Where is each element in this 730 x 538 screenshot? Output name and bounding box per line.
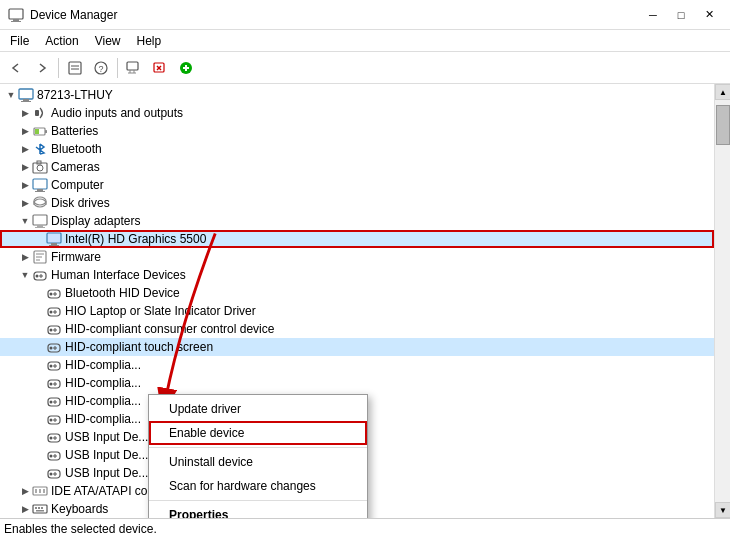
- menu-view[interactable]: View: [89, 32, 127, 50]
- batteries-expand-icon[interactable]: ▶: [18, 124, 32, 138]
- uninstall-button[interactable]: [148, 56, 172, 80]
- tree-item-graphics[interactable]: ▶ Intel(R) HD Graphics 5500: [0, 230, 714, 248]
- add-button[interactable]: [174, 56, 198, 80]
- tree-item-bt-hid[interactable]: ▶ Bluetooth HID Device: [0, 284, 714, 302]
- usb-2-icon: [46, 447, 62, 463]
- disk-expand-icon[interactable]: ▶: [18, 196, 32, 210]
- computer-expand-icon[interactable]: ▶: [18, 178, 32, 192]
- back-button[interactable]: [4, 56, 28, 80]
- scrollbar-track[interactable]: [715, 100, 730, 502]
- menu-file[interactable]: File: [4, 32, 35, 50]
- svg-point-90: [50, 473, 53, 476]
- tree-item-hio[interactable]: ▶ HIO Laptop or Slate Indicator Driver: [0, 302, 714, 320]
- hio-label: HIO Laptop or Slate Indicator Driver: [65, 304, 256, 318]
- ctx-properties[interactable]: Properties: [149, 503, 367, 518]
- audio-expand-icon[interactable]: ▶: [18, 106, 32, 120]
- svg-rect-94: [35, 489, 37, 493]
- svg-rect-37: [35, 227, 45, 228]
- graphics-icon: [46, 231, 62, 247]
- toolbar: ?: [0, 52, 730, 84]
- graphics-label: Intel(R) HD Graphics 5500: [65, 232, 206, 246]
- tree-item-bluetooth[interactable]: ▶ Bluetooth: [0, 140, 714, 158]
- firmware-icon: [32, 249, 48, 265]
- scrollbar[interactable]: ▲ ▼: [714, 84, 730, 518]
- usb-3-icon: [46, 465, 62, 481]
- display-label: Display adapters: [51, 214, 140, 228]
- toolbar-sep-2: [117, 58, 118, 78]
- firmware-label: Firmware: [51, 250, 101, 264]
- hid-touch-icon: [46, 339, 62, 355]
- svg-rect-3: [69, 62, 81, 74]
- menu-action[interactable]: Action: [39, 32, 84, 50]
- disk-icon: [32, 195, 48, 211]
- hid-4-icon: [46, 393, 62, 409]
- menu-help[interactable]: Help: [131, 32, 168, 50]
- scrollbar-thumb[interactable]: [716, 105, 730, 145]
- root-expand-icon[interactable]: ▼: [4, 88, 18, 102]
- help-button[interactable]: ?: [89, 56, 113, 80]
- tree-item-hid-2[interactable]: ▶ HID-complia...: [0, 356, 714, 374]
- display-icon: [32, 213, 48, 229]
- ctx-enable-device[interactable]: Enable device: [149, 421, 367, 445]
- tree-item-hid[interactable]: ▼ Human Interface Devices: [0, 266, 714, 284]
- tree-item-cameras[interactable]: ▶ Cameras: [0, 158, 714, 176]
- tree-item-disk[interactable]: ▶ Disk drives: [0, 194, 714, 212]
- ctx-scan-hardware[interactable]: Scan for hardware changes: [149, 474, 367, 498]
- tree-item-hid-touch[interactable]: ▶ HID-compliant touch screen: [0, 338, 714, 356]
- audio-label: Audio inputs and outputs: [51, 106, 183, 120]
- firmware-expand-icon[interactable]: ▶: [18, 250, 32, 264]
- tree-item-audio[interactable]: ▶ Audio inputs and outputs: [0, 104, 714, 122]
- status-bar: Enables the selected device.: [0, 518, 730, 538]
- svg-rect-24: [35, 129, 39, 134]
- scroll-down-button[interactable]: ▼: [715, 502, 730, 518]
- svg-point-86: [50, 455, 53, 458]
- display-expand-icon[interactable]: ▼: [18, 214, 32, 228]
- maximize-button[interactable]: □: [668, 6, 694, 24]
- bluetooth-expand-icon[interactable]: ▶: [18, 142, 32, 156]
- hid-touch-label: HID-compliant touch screen: [65, 340, 213, 354]
- title-bar: Device Manager ─ □ ✕: [0, 0, 730, 30]
- minimize-button[interactable]: ─: [640, 6, 666, 24]
- scroll-up-button[interactable]: ▲: [715, 84, 730, 100]
- ctx-uninstall-device[interactable]: Uninstall device: [149, 450, 367, 474]
- ctx-sep-2: [149, 500, 367, 501]
- svg-point-70: [50, 383, 53, 386]
- usb-1-icon: [46, 429, 62, 445]
- bluetooth-icon: [32, 141, 48, 157]
- close-button[interactable]: ✕: [696, 6, 722, 24]
- tree-root[interactable]: ▼ 87213-LTHUY: [0, 86, 714, 104]
- svg-point-62: [50, 347, 53, 350]
- svg-rect-1: [13, 19, 19, 21]
- scan-button[interactable]: [122, 56, 146, 80]
- tree-item-batteries[interactable]: ▶ Batteries: [0, 122, 714, 140]
- hid-3-icon: [46, 375, 62, 391]
- svg-rect-20: [21, 101, 31, 102]
- usb-2-label: USB Input De...: [65, 448, 148, 462]
- hio-icon: [46, 303, 62, 319]
- svg-point-66: [50, 365, 53, 368]
- keyboards-expand-icon[interactable]: ▶: [18, 502, 32, 516]
- root-label: 87213-LTHUY: [37, 88, 113, 102]
- svg-rect-19: [23, 99, 29, 101]
- cameras-icon: [32, 159, 48, 175]
- hid-expand-icon[interactable]: ▼: [18, 268, 32, 282]
- svg-point-54: [50, 311, 53, 314]
- tree-item-firmware[interactable]: ▶ Firmware: [0, 248, 714, 266]
- ide-expand-icon[interactable]: ▶: [18, 484, 32, 498]
- svg-rect-8: [127, 62, 138, 70]
- hid-icon: [32, 267, 48, 283]
- batteries-label: Batteries: [51, 124, 98, 138]
- tree-item-hid-consumer[interactable]: ▶ HID-compliant consumer control device: [0, 320, 714, 338]
- keyboards-icon: [32, 501, 48, 517]
- svg-rect-38: [47, 233, 61, 243]
- tree-item-computer[interactable]: ▶ Computer: [0, 176, 714, 194]
- status-text: Enables the selected device.: [4, 522, 157, 536]
- properties-button[interactable]: [63, 56, 87, 80]
- batteries-icon: [32, 123, 48, 139]
- ctx-update-driver[interactable]: Update driver: [149, 397, 367, 421]
- tree-item-hid-3[interactable]: ▶ HID-complia...: [0, 374, 714, 392]
- forward-button[interactable]: [30, 56, 54, 80]
- tree-item-display[interactable]: ▼ Display adapters: [0, 212, 714, 230]
- main-area: ▼ 87213-LTHUY ▶ Audio inputs: [0, 84, 730, 518]
- cameras-expand-icon[interactable]: ▶: [18, 160, 32, 174]
